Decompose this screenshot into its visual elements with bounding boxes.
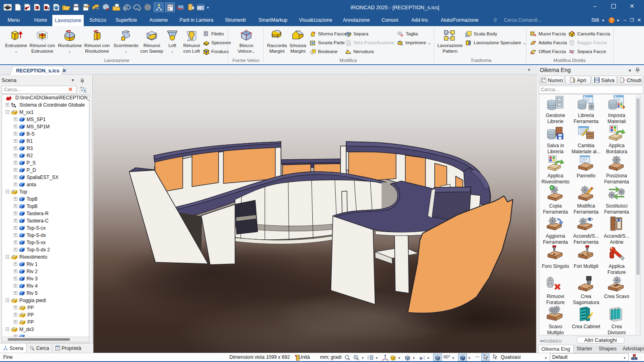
svg-text:I: I: [36, 6, 37, 10]
svg-text:*: *: [80, 86, 81, 90]
